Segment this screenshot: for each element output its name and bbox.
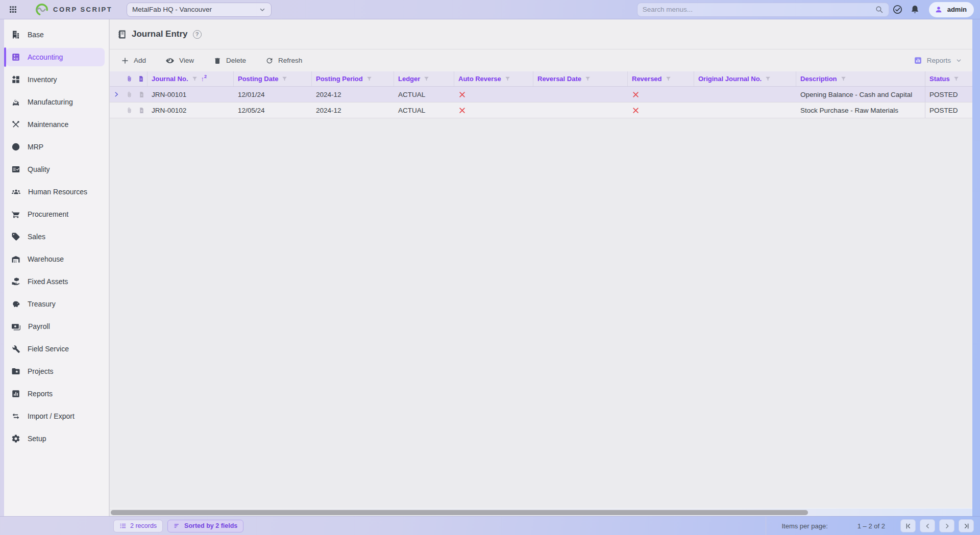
- sidebar-item-label: Base: [28, 31, 44, 39]
- search-input[interactable]: [643, 6, 875, 13]
- previous-page-button[interactable]: [920, 519, 935, 532]
- sidebar-item-warehouse[interactable]: Warehouse: [6, 250, 105, 268]
- sidebar-item-payroll[interactable]: Payroll: [6, 317, 105, 336]
- column-header-description[interactable]: Description: [796, 71, 925, 86]
- sidebar-item-quality[interactable]: Quality: [6, 160, 105, 179]
- filter-icon[interactable]: [423, 75, 430, 82]
- refresh-button[interactable]: Refresh: [265, 57, 302, 65]
- sidebar-item-reports[interactable]: Reports: [6, 385, 105, 403]
- filter-icon[interactable]: [281, 75, 288, 82]
- sidebar-item-sales[interactable]: Sales: [6, 227, 105, 246]
- filter-icon[interactable]: [840, 75, 847, 82]
- column-header-posting-date[interactable]: Posting Date: [234, 71, 312, 86]
- sidebar-item-label: Import / Export: [28, 412, 75, 420]
- filter-icon[interactable]: [366, 75, 373, 82]
- records-count-chip[interactable]: 2 records: [113, 520, 163, 532]
- sidebar-item-field-service[interactable]: Field Service: [6, 340, 105, 358]
- sidebar-item-maintenance[interactable]: Maintenance: [6, 115, 105, 134]
- reports-button-label: Reports: [927, 57, 951, 64]
- column-label: Auto Reverse: [458, 75, 501, 83]
- delete-button[interactable]: Delete: [213, 57, 246, 65]
- tasks-button[interactable]: [889, 3, 906, 17]
- column-header-posting-period[interactable]: Posting Period: [312, 71, 394, 86]
- column-header-reversal-date[interactable]: Reversal Date: [533, 71, 628, 86]
- row-expand-cell[interactable]: [110, 103, 123, 118]
- sidebar-item-label: Field Service: [28, 345, 69, 353]
- row-attachment-cell[interactable]: [123, 87, 135, 102]
- red-x-icon: [632, 107, 640, 114]
- view-button[interactable]: View: [165, 56, 194, 65]
- fact-check-icon: [11, 165, 20, 174]
- user-avatar-icon: [934, 5, 943, 14]
- first-page-button[interactable]: [900, 519, 916, 532]
- sidebar-item-projects[interactable]: Projects: [6, 362, 105, 380]
- expand-column-header: [110, 71, 123, 86]
- sidebar-item-label: Payroll: [28, 322, 50, 330]
- filter-icon[interactable]: [665, 75, 672, 82]
- brand-logo: CORP SCRIPT: [35, 3, 112, 17]
- column-header-reversed[interactable]: Reversed: [628, 71, 694, 86]
- table-header-row: Journal No. ↑2 Posting Date Posting Peri…: [110, 71, 972, 87]
- add-button[interactable]: Add: [121, 57, 146, 65]
- row-expand-cell[interactable]: [110, 87, 123, 102]
- notifications-button[interactable]: [906, 3, 924, 17]
- reports-button[interactable]: Reports: [914, 56, 962, 65]
- row-document-cell[interactable]: [135, 87, 148, 102]
- app-window: CORP SCRIPT MetalFab HQ - Vancouver: [0, 0, 980, 535]
- cell-auto-reverse: [454, 103, 533, 118]
- column-header-ledger[interactable]: Ledger: [394, 71, 454, 86]
- table-row[interactable]: JRN-00101 12/01/24 2024-12 ACTUAL Openin…: [110, 87, 972, 103]
- bar-chart-icon: [11, 389, 20, 398]
- sidebar-item-label: Accounting: [28, 53, 63, 61]
- sidebar-item-procurement[interactable]: Procurement: [6, 205, 105, 223]
- sidebar-item-fixed-assets[interactable]: Fixed Assets: [6, 272, 105, 291]
- chevron-right-icon: [113, 91, 120, 98]
- sort-asc-icon[interactable]: ↑2: [201, 75, 207, 83]
- next-page-button[interactable]: [939, 519, 954, 532]
- filter-icon[interactable]: [765, 75, 771, 82]
- sidebar-item-manufacturing[interactable]: Manufacturing: [6, 93, 105, 111]
- row-document-cell[interactable]: [135, 103, 148, 118]
- table-row[interactable]: JRN-00102 12/05/24 2024-12 ACTUAL Stock …: [110, 103, 972, 118]
- sorted-by-label: Sorted by 2 fields: [184, 522, 237, 529]
- chevron-left-icon: [924, 522, 932, 530]
- cell-original-journal-no: [694, 103, 796, 118]
- column-header-journal-no[interactable]: Journal No. ↑2: [148, 71, 234, 86]
- filter-icon[interactable]: [191, 75, 198, 82]
- main-panel: Journal Entry ? Add View Delete: [109, 19, 972, 516]
- sidebar-item-mrp[interactable]: MRP: [6, 138, 105, 156]
- sidebar-item-label: Manufacturing: [28, 98, 73, 106]
- filter-icon[interactable]: [584, 75, 591, 82]
- column-label: Reversal Date: [537, 75, 581, 83]
- app-launcher-button[interactable]: [6, 3, 19, 16]
- filter-icon[interactable]: [953, 75, 960, 82]
- user-menu[interactable]: admin: [929, 2, 974, 17]
- sidebar-item-accounting[interactable]: Accounting: [6, 48, 105, 66]
- cell-journal-no: JRN-00101: [148, 87, 234, 102]
- column-header-original-journal-no[interactable]: Original Journal No.: [694, 71, 796, 86]
- filter-icon[interactable]: [504, 75, 511, 82]
- sidebar-item-human-resources[interactable]: Human Resources: [6, 183, 105, 201]
- help-icon[interactable]: ?: [193, 30, 202, 39]
- company-selector[interactable]: MetalFab HQ - Vancouver: [127, 3, 272, 17]
- horizontal-scrollbar[interactable]: [110, 508, 972, 516]
- last-page-button[interactable]: [959, 519, 974, 532]
- column-header-auto-reverse[interactable]: Auto Reverse: [454, 71, 533, 86]
- paperclip-icon: [126, 107, 133, 114]
- sidebar-item-treasury[interactable]: Treasury: [6, 295, 105, 313]
- search-icon[interactable]: [875, 5, 884, 14]
- sidebar: Base Accounting Inventory Manufacturing …: [4, 19, 109, 516]
- sidebar-item-inventory[interactable]: Inventory: [6, 70, 105, 89]
- sidebar-item-import-export[interactable]: Import / Export: [6, 407, 105, 425]
- row-attachment-cell[interactable]: [123, 103, 135, 118]
- cell-description: Opening Balance - Cash and Capital: [796, 87, 925, 102]
- horizontal-scrollbar-thumb[interactable]: [111, 510, 808, 515]
- attachment-column-header: [123, 71, 135, 86]
- cell-status: POSTED: [925, 87, 972, 102]
- sidebar-item-base[interactable]: Base: [6, 26, 105, 44]
- file-icon: [138, 107, 145, 114]
- sorted-by-chip[interactable]: Sorted by 2 fields: [167, 520, 243, 532]
- sidebar-item-setup[interactable]: Setup: [6, 429, 105, 448]
- column-header-status[interactable]: Status: [925, 71, 972, 86]
- swap-arrows-icon: [11, 412, 20, 421]
